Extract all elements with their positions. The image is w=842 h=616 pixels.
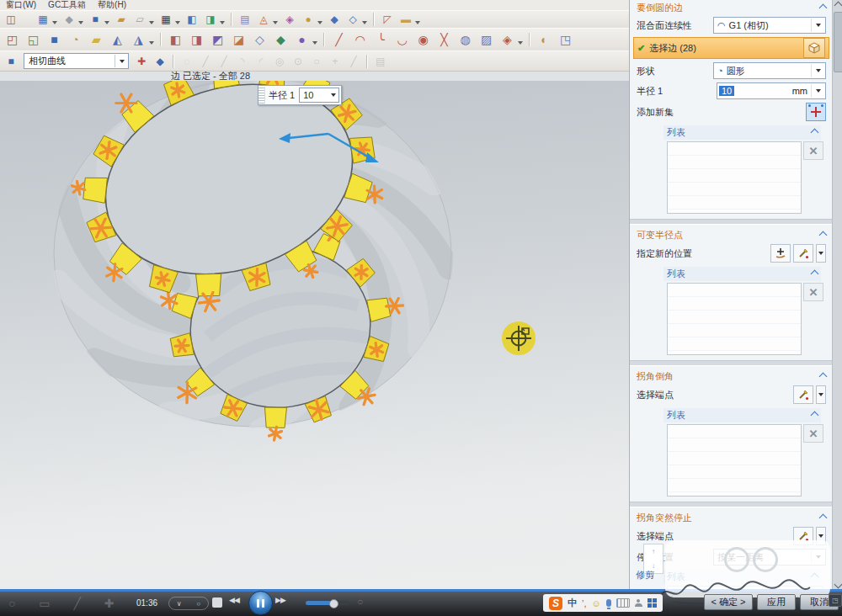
apply-button[interactable]: 应用 bbox=[757, 594, 796, 610]
chevron-down-icon[interactable] bbox=[816, 89, 821, 93]
diamond-feature-icon[interactable]: ◆ bbox=[325, 12, 344, 28]
punctuation-icon[interactable]: ’, bbox=[582, 598, 587, 608]
scroll-up-arrow-icon[interactable] bbox=[833, 0, 842, 10]
blend-icon[interactable]: ◭ bbox=[107, 30, 128, 50]
extrude-icon[interactable]: ■ bbox=[44, 30, 65, 50]
section-corner-stop[interactable]: 拐角突然停止 bbox=[630, 510, 833, 525]
select-endpoint-button[interactable] bbox=[793, 385, 813, 404]
panel-scrollbar[interactable] bbox=[832, 0, 842, 589]
offset-curve-icon[interactable]: ◈ bbox=[497, 30, 518, 50]
ruled-surface-icon[interactable]: ◆ bbox=[270, 30, 291, 50]
volume-slider[interactable] bbox=[306, 601, 349, 605]
sheet-body-icon[interactable]: ▤ bbox=[236, 12, 254, 28]
chevron-down-icon[interactable] bbox=[104, 21, 109, 24]
loop-icon[interactable]: ∨ bbox=[177, 600, 182, 608]
intersection-point-icon[interactable]: ◜ bbox=[252, 53, 270, 69]
bounded-plane-icon[interactable]: ◪ bbox=[228, 30, 249, 50]
circle-center-icon[interactable]: ⊙ bbox=[289, 53, 307, 69]
pause-button[interactable] bbox=[248, 591, 273, 615]
through-curves-icon[interactable]: ◇ bbox=[249, 30, 270, 50]
section-corner-fillet[interactable]: 拐角倒角 bbox=[630, 369, 833, 384]
measure-icon[interactable]: ▬ bbox=[397, 12, 415, 28]
draft-angle-icon[interactable]: ◸ bbox=[378, 12, 397, 28]
sphere-icon[interactable]: ● bbox=[299, 12, 317, 28]
intersection-curve-icon[interactable]: ╳ bbox=[434, 30, 455, 50]
deviation-icon[interactable]: ◳ bbox=[555, 30, 576, 50]
list-header[interactable]: 列表 bbox=[663, 267, 821, 281]
stop-at-intersection-icon[interactable]: ✚ bbox=[132, 53, 151, 69]
chevron-down-icon[interactable] bbox=[78, 21, 83, 24]
chamfer-icon[interactable]: ◮ bbox=[128, 30, 149, 50]
spline-icon[interactable]: ◡ bbox=[392, 30, 413, 50]
settings-dim-icon[interactable]: ○ bbox=[357, 596, 363, 608]
point-on-curve-icon[interactable]: ╱ bbox=[344, 53, 363, 69]
collapse-chevron-icon[interactable] bbox=[819, 231, 828, 240]
menu-help[interactable]: 帮助(H) bbox=[98, 0, 126, 10]
chevron-down-icon[interactable] bbox=[331, 93, 336, 97]
corner-fillet-list[interactable] bbox=[667, 424, 802, 497]
open-folder-icon[interactable]: ▰ bbox=[112, 12, 131, 28]
chevron-down-icon[interactable] bbox=[362, 21, 367, 24]
folder-icon[interactable]: ▱ bbox=[131, 12, 149, 28]
collapse-chevron-icon[interactable] bbox=[819, 373, 828, 381]
snap-point-icon[interactable]: ◌ bbox=[178, 53, 196, 69]
player-popout-button[interactable]: ◳ bbox=[829, 594, 842, 607]
toolbox-grid-icon[interactable] bbox=[647, 598, 657, 608]
part-icon[interactable]: ◆ bbox=[60, 12, 78, 28]
skin-icon[interactable] bbox=[635, 599, 642, 607]
chevron-down-icon[interactable] bbox=[175, 21, 180, 24]
forward-button[interactable]: ▶▶ bbox=[275, 596, 285, 604]
chevron-down-icon[interactable] bbox=[149, 21, 154, 24]
scrollbar-thumb[interactable] bbox=[834, 12, 842, 72]
sheet-snap-icon[interactable]: ▤ bbox=[371, 53, 390, 69]
radius-input[interactable]: 10 mm bbox=[717, 82, 826, 99]
chevron-down-icon[interactable] bbox=[317, 21, 322, 24]
gem-icon[interactable]: ◈ bbox=[280, 12, 299, 28]
revolve-icon[interactable]: ◔ bbox=[65, 30, 86, 50]
list-header[interactable]: 列表 bbox=[663, 408, 821, 422]
trimmed-sheet-icon[interactable]: ◧ bbox=[165, 30, 186, 50]
import-part-icon[interactable]: ◨ bbox=[201, 12, 220, 28]
end-point-icon[interactable]: ╱ bbox=[196, 53, 215, 69]
n-sided-surface-icon[interactable]: ● bbox=[291, 30, 312, 50]
continuity-dropdown[interactable]: ◠ G1 (相切) bbox=[713, 17, 826, 34]
chevron-down-icon[interactable] bbox=[816, 385, 826, 404]
snap-cube-button[interactable] bbox=[803, 38, 825, 58]
datum-csys-icon[interactable]: ◰ bbox=[2, 30, 23, 50]
diamond-outline-icon[interactable]: ◇ bbox=[344, 12, 362, 28]
screen-capture-icon[interactable]: ◫ bbox=[2, 12, 20, 28]
section-variable-radius[interactable]: 可变半径点 bbox=[630, 227, 833, 242]
menu-gc-toolbox[interactable]: GC工具箱 bbox=[48, 0, 86, 10]
radius-inline-input[interactable]: 10 bbox=[299, 88, 339, 103]
block-icon[interactable]: ■ bbox=[86, 12, 104, 28]
ok-button[interactable]: < 确定 > bbox=[704, 594, 753, 610]
scroll-down-arrow-icon[interactable] bbox=[833, 579, 842, 589]
existing-point-icon[interactable]: + bbox=[326, 53, 344, 69]
select-edge-row[interactable]: ✔ 选择边 (28) bbox=[633, 37, 829, 59]
emoji-icon[interactable]: ☺ bbox=[592, 598, 601, 608]
mic-icon[interactable] bbox=[606, 599, 611, 607]
offset-surface-icon[interactable]: ◩ bbox=[207, 30, 228, 50]
chevron-down-icon[interactable] bbox=[312, 41, 317, 45]
curve-mesh-icon[interactable]: ◬ bbox=[254, 12, 273, 28]
datum-axis-icon[interactable]: ◱ bbox=[23, 30, 44, 50]
model-3d[interactable] bbox=[0, 81, 629, 589]
checker-pattern-icon[interactable]: ▦ bbox=[34, 12, 52, 28]
chevron-down-icon[interactable] bbox=[220, 21, 225, 24]
section-curve-icon[interactable]: ▨ bbox=[476, 30, 497, 50]
line-icon[interactable]: ╱ bbox=[328, 30, 349, 50]
control-point-icon[interactable]: ◝ bbox=[233, 53, 252, 69]
export-part-icon[interactable]: ◧ bbox=[183, 12, 201, 28]
point-set-icon[interactable]: ◉ bbox=[413, 30, 434, 50]
point-constructor-button[interactable] bbox=[770, 244, 791, 263]
chevron-down-icon[interactable] bbox=[52, 21, 57, 24]
menu-window[interactable]: 窗口(W) bbox=[6, 0, 36, 10]
stop-button[interactable] bbox=[212, 597, 222, 608]
list-header[interactable]: 列表 bbox=[663, 125, 821, 140]
follow-fillet-icon[interactable]: ◆ bbox=[151, 53, 169, 69]
chevron-down-icon[interactable] bbox=[273, 21, 278, 24]
mid-point-icon[interactable]: ╱ bbox=[215, 53, 233, 69]
remove-list-item-button[interactable]: ✕ bbox=[803, 141, 823, 160]
project-curve-icon[interactable]: ◍ bbox=[455, 30, 476, 50]
section-edges-to-blend[interactable]: 要倒圆的边 bbox=[630, 0, 833, 15]
